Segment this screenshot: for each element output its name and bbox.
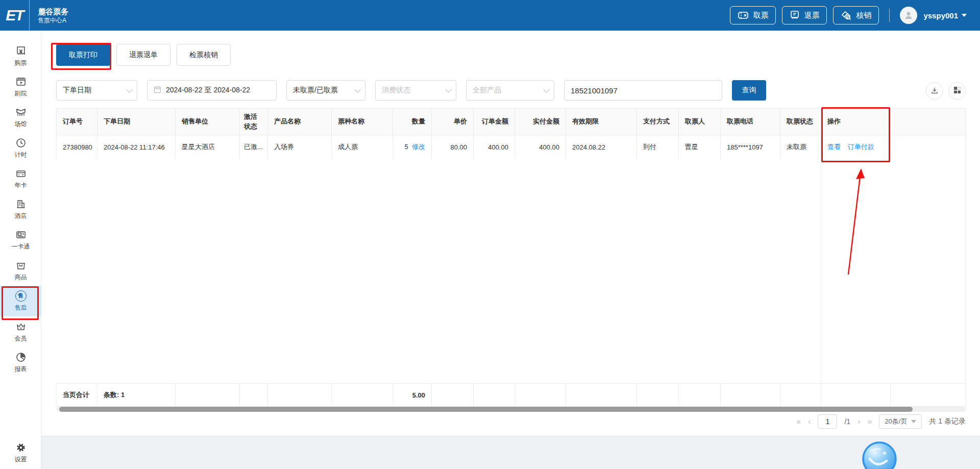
summary-count: 条数: 1	[97, 384, 176, 407]
col-seller: 销售单位	[176, 109, 240, 135]
col-qty: 数量	[393, 109, 432, 135]
sidebar-item-buy-ticket[interactable]: 购票	[0, 41, 41, 71]
cell-activation: 已激...	[240, 135, 268, 159]
scrollbar-thumb[interactable]	[59, 407, 913, 412]
date-range-value: 2024-08-22 至 2024-08-22	[166, 86, 270, 95]
sidebar-item-aftersale[interactable]: 售 售后	[0, 286, 41, 316]
table-row: 27380980 2024-08-22 11:17:46 星星大酒店 已激...…	[57, 135, 966, 159]
sidebar-item-hotel[interactable]: 酒店	[0, 194, 41, 225]
sidebar-item-settings[interactable]: 设置	[0, 438, 41, 467]
refund-ticket-button[interactable]: 退票	[782, 6, 827, 24]
pickup-ticket-button[interactable]: 取票	[730, 6, 776, 24]
sidebar-item-report[interactable]: 报表	[0, 347, 41, 378]
search-button[interactable]: 查询	[732, 80, 766, 101]
aftersale-icon: 售	[15, 290, 27, 302]
chevron-down-icon	[962, 14, 967, 17]
sidebar-item-timing[interactable]: 计时	[0, 133, 41, 163]
view-order-link[interactable]: 查看	[827, 143, 841, 151]
date-range-picker[interactable]: 2024-08-22 至 2024-08-22	[147, 80, 277, 101]
main-content: 取票打印 退票退单 检票核销 下单日期 2024-08-22 至 2024-08…	[41, 31, 980, 436]
sidebar-item-label: 报表	[15, 365, 27, 374]
top-header: ET 麓谷票务 售票中心A 取票 退票	[0, 0, 980, 31]
tab-pickup-print[interactable]: 取票打印	[56, 44, 110, 66]
total-records: 共 1 条记录	[929, 417, 966, 426]
horizontal-scrollbar[interactable]	[56, 407, 966, 412]
cell-paid-amount: 400.00	[515, 135, 566, 159]
column-layout-button[interactable]	[948, 82, 966, 100]
col-picker-phone: 取票电话	[721, 109, 780, 135]
col-product: 产品名称	[268, 109, 332, 135]
header-divider	[889, 9, 890, 22]
product-select[interactable]: 全部产品	[466, 80, 554, 101]
sidebar-item-label: 酒店	[15, 212, 27, 220]
sidebar-item-label: 剧院	[15, 89, 27, 98]
qty-value: 5	[405, 143, 408, 151]
calendar-icon	[154, 86, 161, 95]
date-type-select[interactable]: 下单日期	[56, 80, 137, 101]
sidebar-item-label: 会员	[15, 334, 27, 343]
cell-price: 80.00	[432, 135, 474, 159]
verify-button[interactable]: 核销	[833, 6, 879, 24]
col-filler	[891, 109, 966, 135]
cell-order-no: 27380980	[57, 135, 97, 159]
page-size-select[interactable]: 20条/页	[879, 414, 922, 429]
sidebar-item-label: 售后	[15, 304, 27, 312]
cell-pay-method: 到付	[637, 135, 679, 159]
tab-check-verify[interactable]: 检票核销	[177, 44, 231, 66]
hotel-icon	[15, 199, 27, 210]
consume-status-select[interactable]: 消费状态	[375, 80, 456, 101]
col-order-date: 下单日期	[97, 109, 176, 135]
buy-ticket-icon	[15, 45, 27, 57]
order-pay-link[interactable]: 订单付款	[848, 143, 874, 151]
sidebar-item-label: 购票	[15, 59, 27, 67]
cell-pickup-status: 未取票	[780, 135, 821, 159]
tab-bar: 取票打印 退票退单 检票核销	[56, 44, 231, 66]
table-tools	[926, 82, 966, 100]
orders-table: 订单号 下单日期 销售单位 激活状态 产品名称 票种名称 数量 单价 订单金额 …	[56, 108, 966, 159]
cell-seller: 星星大酒店	[176, 135, 240, 159]
sidebar-item-venue[interactable]: 场馆	[0, 102, 41, 133]
pickup-status-value: 未取票/已取票	[293, 86, 350, 95]
table-right-border	[965, 159, 966, 383]
assistant-widget-icon[interactable]	[862, 441, 897, 469]
center-subtitle: 售票中心A	[38, 16, 68, 24]
sidebar-item-theater[interactable]: 剧院	[0, 71, 41, 102]
sidebar-item-member[interactable]: 会员	[0, 316, 41, 347]
pickup-status-select[interactable]: 未取票/已取票	[286, 80, 365, 101]
page-size-value: 20条/页	[885, 417, 907, 426]
pickup-ticket-label: 取票	[753, 11, 768, 20]
next-page-icon[interactable]: ›	[857, 417, 860, 426]
summary-qty-total: 5.00	[393, 384, 432, 407]
product-value: 全部产品	[473, 86, 539, 95]
logo-text: ET	[6, 7, 23, 24]
sidebar-item-goods[interactable]: 商品	[0, 255, 41, 286]
venue-icon	[15, 107, 27, 118]
download-button[interactable]	[926, 82, 943, 100]
user-menu[interactable]: ysspy001	[923, 11, 967, 20]
refund-icon	[790, 10, 800, 20]
workspace-title: 麓谷票务 售票中心A	[30, 7, 68, 24]
cell-qty: 5 修改	[393, 135, 432, 159]
chevron-down-icon	[445, 86, 452, 93]
avatar[interactable]	[900, 7, 917, 24]
col-order-no: 订单号	[57, 109, 97, 135]
tab-refund-order[interactable]: 退票退单	[116, 44, 170, 66]
theater-icon	[15, 76, 27, 87]
page-indicator: /1	[844, 417, 850, 426]
user-name: ysspy001	[923, 11, 958, 20]
fixed-column-divider	[821, 159, 821, 383]
sidebar-item-onecard[interactable]: 一卡通	[0, 225, 41, 255]
keyword-input[interactable]	[564, 80, 722, 101]
col-price: 单价	[432, 109, 474, 135]
chevron-down-icon	[126, 86, 133, 93]
pagination: « ‹ 1 /1 › » 20条/页 共 1 条记录	[796, 413, 966, 430]
download-icon	[930, 86, 939, 96]
last-page-icon[interactable]: »	[867, 417, 872, 426]
modify-qty-link[interactable]: 修改	[412, 143, 425, 151]
sidebar-item-annual-card[interactable]: 年卡	[0, 163, 41, 194]
current-page[interactable]: 1	[818, 414, 837, 429]
prev-page-icon[interactable]: ‹	[808, 417, 811, 426]
date-type-value: 下单日期	[63, 86, 122, 95]
first-page-icon[interactable]: «	[796, 417, 801, 426]
col-pay-method: 支付方式	[637, 109, 679, 135]
